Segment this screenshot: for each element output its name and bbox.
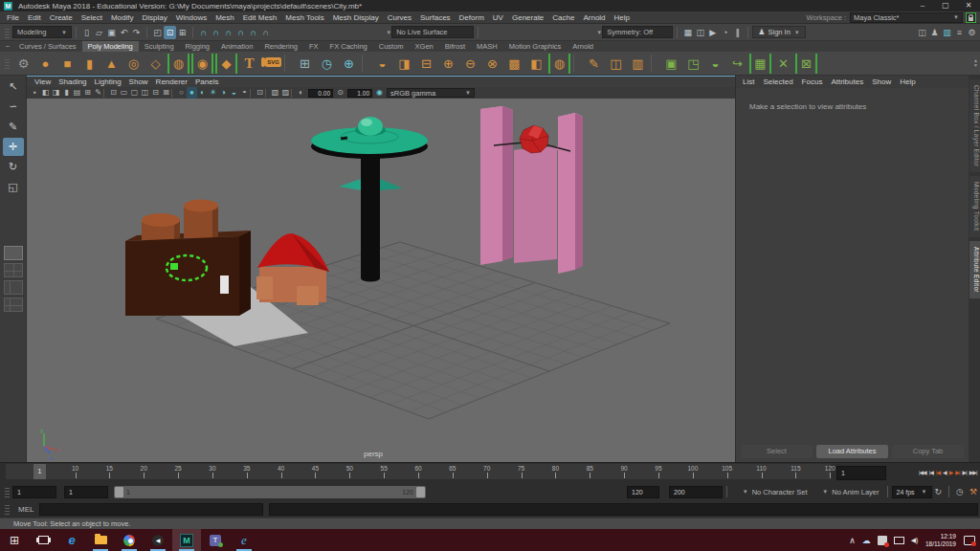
menu-item[interactable]: Mesh Display	[333, 13, 379, 22]
shelf-collapse-button[interactable]: −	[2, 42, 13, 51]
image-plane-icon[interactable]: ▤	[72, 87, 82, 99]
camera-attributes-icon[interactable]: ◨	[51, 87, 61, 99]
menu-item[interactable]: Curves	[388, 13, 412, 22]
shelf-tab[interactable]: Poly Modeling	[82, 41, 139, 52]
colorspace-select[interactable]: sRGB gamma ▼	[387, 88, 475, 98]
select-hierarchy-icon[interactable]: ◰	[151, 26, 164, 39]
menu-item[interactable]: File	[7, 13, 19, 22]
poly-sphere-icon[interactable]: ●	[35, 54, 56, 74]
viewport-menu-item[interactable]: Panels	[195, 77, 218, 86]
poly-cube-icon[interactable]: ■	[57, 54, 78, 74]
xray-icon[interactable]: ▧	[270, 87, 280, 99]
lasso-select-tool[interactable]: ∽	[3, 98, 24, 116]
menu-item[interactable]: Help	[614, 13, 630, 22]
grip-handle[interactable]	[5, 503, 10, 515]
menu-item[interactable]: Edit	[28, 13, 41, 22]
pole-object[interactable]	[361, 154, 380, 278]
shaded-mode-icon[interactable]: ●	[187, 87, 197, 99]
shelf-tab[interactable]: Rigging	[180, 41, 215, 52]
poly-cylinder-icon[interactable]: ▮	[79, 54, 100, 74]
safe-action-icon[interactable]: ⊟	[150, 87, 161, 99]
menu-item[interactable]: Generate	[512, 13, 544, 22]
render-current-frame-icon[interactable]: ◫	[694, 26, 706, 39]
mirror-icon[interactable]: ◧	[526, 54, 546, 74]
gamma-icon[interactable]: ⊙	[335, 87, 345, 99]
open-scene-icon[interactable]: ▱	[93, 26, 105, 39]
start-button[interactable]: ⊞	[0, 529, 29, 551]
command-language-toggle[interactable]: MEL	[18, 505, 33, 514]
animation-start-field[interactable]: 1	[12, 486, 56, 498]
menu-item[interactable]: Create	[50, 13, 73, 22]
snap-grid-icon[interactable]: ∩	[197, 26, 210, 39]
use-all-lights-icon[interactable]: ☀	[208, 87, 218, 99]
boolean-difference-icon[interactable]: ⊖	[460, 54, 480, 74]
onedrive-cloud-icon[interactable]: ☁	[862, 536, 871, 545]
chrome-taskbar-button[interactable]	[115, 529, 144, 551]
chevron-down-icon[interactable]: ▼	[739, 489, 748, 495]
volume-tray-icon[interactable]: ◀)	[911, 537, 919, 544]
shelf-tab[interactable]: Rendering	[258, 41, 303, 52]
menu-item[interactable]: Select	[81, 13, 102, 22]
scene-canvas[interactable]: y x z persp	[27, 99, 735, 462]
range-end-handle[interactable]	[416, 487, 425, 497]
select-tool[interactable]: ↖	[3, 77, 24, 96]
grip-handle[interactable]	[5, 486, 10, 497]
snap-projected-center-icon[interactable]: ∩	[234, 26, 247, 39]
network-icon[interactable]	[894, 537, 904, 544]
viewport-menu-item[interactable]: Shading	[58, 77, 86, 86]
symmetry-field[interactable]: Symmetry: Off	[602, 26, 673, 38]
shelf-divider[interactable]	[362, 55, 369, 72]
poly-cone-icon[interactable]: ▲	[101, 54, 122, 74]
snap-point-icon[interactable]: ∩	[222, 26, 234, 39]
house-porch-left[interactable]	[256, 276, 273, 299]
file-explorer-taskbar-button[interactable]	[86, 529, 115, 551]
current-frame-field[interactable]: 1	[836, 466, 886, 480]
safe-title-icon[interactable]: ⊠	[161, 87, 171, 99]
pause-viewport-icon[interactable]: ∥	[731, 26, 744, 39]
playback-loop-icon[interactable]: ↻	[932, 487, 946, 496]
shelf-tab[interactable]: XGen	[410, 41, 439, 52]
attribute-editor-menu-item[interactable]: Show	[872, 77, 891, 86]
shelf-tab[interactable]: Arnold	[567, 41, 599, 52]
center-origin-icon[interactable]: ⊕	[339, 54, 359, 74]
viewport-menu-item[interactable]: Show	[129, 77, 148, 86]
wireframe-mode-icon[interactable]: ○	[176, 87, 187, 99]
modeling-toolkit-toggle-icon[interactable]: ◫	[916, 26, 928, 39]
select-component-icon[interactable]: ⊞	[176, 26, 189, 39]
bridge-icon[interactable]: ↪	[727, 54, 747, 74]
ufo-dome-object[interactable]	[358, 117, 383, 136]
quad-draw-icon[interactable]: ⊠	[795, 54, 817, 74]
playback-end-field[interactable]: 120	[627, 486, 659, 498]
command-result[interactable]	[269, 503, 978, 516]
edge-taskbar-button[interactable]: e	[57, 529, 86, 551]
menu-item[interactable]: Arnold	[583, 13, 605, 22]
character-controls-toggle-icon[interactable]: ♟	[928, 26, 941, 39]
panel-flag-icon[interactable]: ▪	[30, 87, 40, 99]
task-view-button[interactable]	[29, 529, 57, 551]
new-scene-icon[interactable]: ▯	[80, 26, 93, 39]
shelf-divider[interactable]	[651, 55, 658, 72]
offset-edge-loop-icon[interactable]: ▥	[628, 54, 648, 74]
layout-outliner-persp-button[interactable]	[4, 298, 23, 312]
viewport-menu-item[interactable]: View	[34, 77, 51, 86]
smooth-icon[interactable]: ▩	[504, 54, 524, 74]
menu-item[interactable]: Cache	[552, 13, 574, 22]
action-center-icon[interactable]	[964, 536, 975, 545]
range-slider[interactable]: 1 120	[114, 486, 426, 498]
chevron-down-icon[interactable]: ▼	[382, 30, 391, 35]
ambient-occlusion-icon[interactable]: ◒	[229, 87, 239, 99]
sidebar-vertical-tab[interactable]: Attribute Editor	[969, 241, 980, 298]
volume-app-taskbar-button[interactable]: ◀	[144, 529, 172, 551]
animation-end-field[interactable]: 200	[669, 486, 723, 498]
crease-tool-icon[interactable]: ✎	[584, 54, 604, 74]
shelf-editor-icon[interactable]: ⚙	[13, 54, 33, 74]
building-door[interactable]	[220, 276, 229, 294]
textured-mode-icon[interactable]: ◐	[197, 87, 208, 99]
layout-four-pane-button[interactable]	[4, 263, 23, 277]
render-settings-icon[interactable]: ◔	[719, 26, 731, 39]
shelf-tab[interactable]: Sculpting	[139, 41, 180, 52]
viewport-menu-item[interactable]: Lighting	[95, 77, 122, 86]
shelf-tab[interactable]: Animation	[215, 41, 258, 52]
sidebar-vertical-tab[interactable]: Channel Box / Layer Editor	[969, 79, 980, 172]
menu-item[interactable]: Mesh	[215, 13, 234, 22]
